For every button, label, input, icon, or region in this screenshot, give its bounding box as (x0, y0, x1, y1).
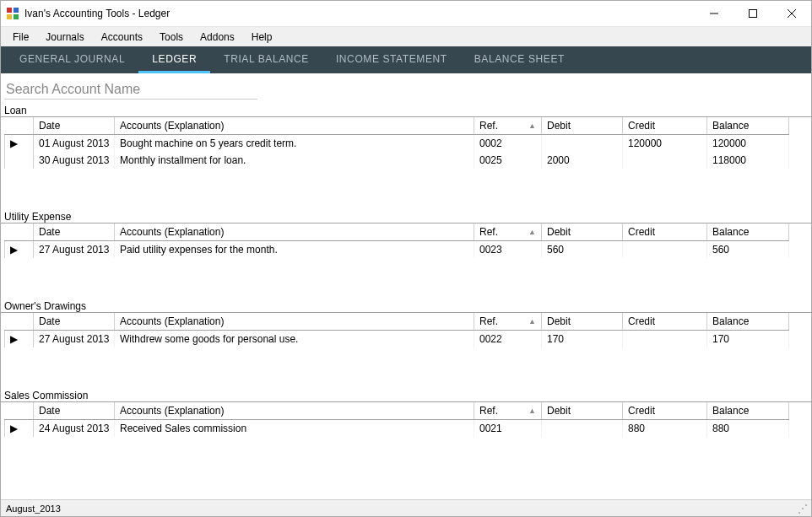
cell-date: 27 August 2013 (34, 241, 115, 259)
minimize-button[interactable] (695, 1, 734, 26)
column-balance[interactable]: Balance (707, 313, 789, 331)
table-row[interactable]: ▶24 August 2013Received Sales commission… (5, 420, 789, 438)
column-credit[interactable]: Credit (623, 313, 707, 331)
titlebar: Ivan's Accounting Tools - Ledger (1, 1, 811, 26)
cell-balance: 880 (707, 420, 789, 438)
search-input[interactable] (4, 80, 257, 100)
column-credit[interactable]: Credit (623, 402, 707, 420)
column-date[interactable]: Date (34, 313, 115, 331)
ledger-table: DateAccounts (Explanation)Ref.▲DebitCred… (4, 117, 789, 169)
ledger-table: DateAccounts (Explanation)Ref.▲DebitCred… (4, 223, 789, 258)
table-row[interactable]: ▶27 August 2013Withdrew some goods for p… (5, 331, 789, 348)
cell-credit (623, 331, 707, 348)
menu-item-tools[interactable]: Tools (151, 29, 192, 46)
tab-ledger[interactable]: LEDGER (138, 46, 210, 73)
cell-explanation: Withdrew some goods for personal use. (115, 331, 474, 348)
column-credit[interactable]: Credit (623, 117, 707, 135)
sort-asc-icon: ▲ (528, 121, 536, 130)
search-row (1, 73, 811, 103)
sort-asc-icon: ▲ (528, 228, 536, 236)
account-title: Loan (1, 103, 811, 117)
cell-ref: 0023 (474, 241, 542, 259)
window-controls (695, 1, 811, 26)
column-ref[interactable]: Ref.▲ (474, 223, 542, 241)
column-date[interactable]: Date (34, 402, 115, 420)
status-text: August_2013 (6, 504, 61, 514)
resize-grip-icon[interactable]: ⋰ (798, 503, 806, 514)
ledger-table: DateAccounts (Explanation)Ref.▲DebitCred… (4, 313, 789, 347)
column-debit[interactable]: Debit (542, 313, 623, 331)
column-date[interactable]: Date (34, 223, 115, 241)
row-header[interactable] (5, 223, 34, 241)
svg-rect-5 (750, 10, 757, 18)
account-title: Owner's Drawings (1, 299, 811, 313)
account-group: Utility ExpenseDateAccounts (Explanation… (1, 209, 811, 258)
tabbar: GENERAL JOURNALLEDGERTRIAL BALANCEINCOME… (1, 46, 811, 73)
cell-debit: 2000 (542, 152, 623, 169)
column-ref[interactable]: Ref.▲ (474, 402, 542, 420)
app-window: Ivan's Accounting Tools - Ledger FileJou… (0, 0, 812, 517)
column-ref[interactable]: Ref.▲ (474, 117, 542, 135)
ledger-table: DateAccounts (Explanation)Ref.▲DebitCred… (4, 402, 789, 437)
cell-date: 24 August 2013 (34, 420, 115, 438)
menu-item-help[interactable]: Help (243, 29, 281, 46)
row-indicator-icon: ▶ (5, 135, 34, 153)
cell-explanation: Monthly installment for loan. (115, 152, 474, 169)
close-button[interactable] (772, 1, 811, 26)
cell-explanation: Received Sales commission (115, 420, 474, 438)
cell-debit (542, 135, 623, 153)
column-explanation[interactable]: Accounts (Explanation) (115, 313, 474, 331)
row-indicator-icon (5, 152, 34, 169)
cell-explanation: Paid utility expenses for the month. (115, 241, 474, 259)
cell-date: 27 August 2013 (34, 331, 115, 348)
cell-balance: 118000 (707, 152, 789, 169)
column-balance[interactable]: Balance (707, 117, 789, 135)
statusbar: August_2013 ⋰ (1, 499, 811, 516)
content-scroll[interactable]: LoanDateAccounts (Explanation)Ref.▲Debit… (1, 103, 811, 499)
menu-item-file[interactable]: File (4, 29, 37, 46)
column-debit[interactable]: Debit (542, 402, 623, 420)
cell-debit: 170 (542, 331, 623, 348)
app-icon (6, 7, 19, 20)
menu-item-accounts[interactable]: Accounts (93, 29, 151, 46)
cell-date: 30 August 2013 (34, 152, 115, 169)
tab-balance-sheet[interactable]: BALANCE SHEET (461, 46, 578, 73)
tab-trial-balance[interactable]: TRIAL BALANCE (210, 46, 322, 73)
table-row[interactable]: 30 August 2013Monthly installment for lo… (5, 152, 789, 169)
account-title: Sales Commission (1, 388, 811, 402)
column-balance[interactable]: Balance (707, 402, 789, 420)
column-explanation[interactable]: Accounts (Explanation) (115, 223, 474, 241)
svg-rect-0 (7, 8, 12, 13)
cell-date: 01 August 2013 (34, 135, 115, 153)
table-row[interactable]: ▶27 August 2013Paid utility expenses for… (5, 241, 789, 259)
column-debit[interactable]: Debit (542, 117, 623, 135)
column-explanation[interactable]: Accounts (Explanation) (115, 117, 474, 135)
cell-debit (542, 420, 623, 438)
account-group: Owner's DrawingsDateAccounts (Explanatio… (1, 299, 811, 347)
column-balance[interactable]: Balance (707, 223, 789, 241)
table-row[interactable]: ▶01 August 2013Bought machine on 5 years… (5, 135, 789, 153)
svg-rect-3 (14, 14, 19, 19)
tab-income-statement[interactable]: INCOME STATEMENT (322, 46, 461, 73)
column-ref[interactable]: Ref.▲ (474, 313, 542, 331)
tab-general-journal[interactable]: GENERAL JOURNAL (6, 46, 138, 73)
menu-item-addons[interactable]: Addons (192, 29, 243, 46)
cell-explanation: Bought machine on 5 years credit term. (115, 135, 474, 153)
column-credit[interactable]: Credit (623, 223, 707, 241)
row-indicator-icon: ▶ (5, 420, 34, 438)
cell-credit: 880 (623, 420, 707, 438)
cell-credit: 120000 (623, 135, 707, 153)
cell-debit: 560 (542, 241, 623, 259)
sort-asc-icon: ▲ (528, 317, 536, 326)
column-debit[interactable]: Debit (542, 223, 623, 241)
sort-asc-icon: ▲ (528, 407, 536, 415)
column-date[interactable]: Date (34, 117, 115, 135)
cell-credit (623, 241, 707, 259)
row-header[interactable] (5, 117, 34, 135)
cell-ref: 0021 (474, 420, 542, 438)
row-header[interactable] (5, 313, 34, 331)
menu-item-journals[interactable]: Journals (37, 29, 92, 46)
row-header[interactable] (5, 402, 34, 420)
column-explanation[interactable]: Accounts (Explanation) (115, 402, 474, 420)
maximize-button[interactable] (734, 1, 772, 26)
